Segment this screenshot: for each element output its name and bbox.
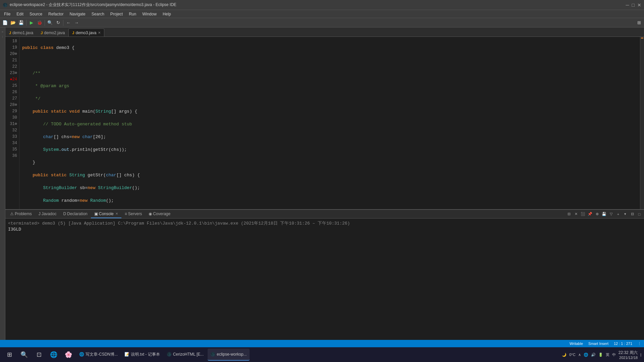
tab-demo3[interactable]: J demo3.java ✕ (68, 28, 104, 37)
line-numbers: 18 19 20⊕ 21 22 23⊕ ●24 25 26 27 28⊕ 29 … (5, 37, 19, 209)
taskbar-app-csdn[interactable]: 🌐 写文章-CSDN博... (76, 349, 120, 361)
tab-javadoc-label: Javadoc (42, 212, 57, 216)
tray-chevron[interactable]: ∧ (578, 353, 581, 357)
run-button[interactable]: ▶ (28, 19, 35, 26)
menu-help[interactable]: Help (160, 11, 174, 17)
maximize-button[interactable]: □ (632, 2, 635, 8)
taskbar-app-csdn-label: 写文章-CSDN博... (86, 352, 118, 357)
taskbar-app-eclipse[interactable]: 🌑 eclipse-worksp... (208, 349, 249, 361)
menu-project[interactable]: Project (108, 11, 125, 17)
weather-temp: 0°C (569, 353, 575, 357)
taskbar-edge[interactable]: 🌐 (47, 349, 60, 361)
console-newconsole[interactable]: + (615, 211, 622, 218)
code-lines[interactable]: public class demo3 { /** * @param args *… (19, 37, 640, 209)
show-desktop-button[interactable]: | (640, 353, 641, 357)
new-file-button[interactable]: 📄 (1, 19, 9, 26)
tab-console-close[interactable]: ✕ (115, 212, 118, 216)
panel-maximize[interactable]: □ (636, 211, 643, 218)
tab-servers-label: Servers (128, 212, 142, 216)
prev-edit-button[interactable]: ← (65, 19, 72, 26)
start-button[interactable]: ⊞ (3, 349, 16, 361)
clock-time: 22:32 周六 (619, 350, 638, 356)
console-scroll-lock[interactable]: ⊟ (566, 211, 572, 218)
console-filter[interactable]: ▽ (608, 211, 614, 218)
menu-run[interactable]: Run (126, 11, 139, 17)
taskbar-task-view[interactable]: ⊡ (32, 349, 46, 361)
weather-icon: 🌙 (562, 353, 567, 357)
declaration-icon: D (63, 212, 66, 216)
taskbar-search[interactable]: 🔍 (17, 349, 31, 361)
tab-coverage[interactable]: ◉ Coverage (145, 210, 174, 218)
status-right: Writable Smart Insert 12 : 1 : 271 ⋮ (570, 342, 641, 346)
keyboard-layout[interactable]: 中 (612, 352, 616, 357)
debug-button[interactable]: 🐞 (36, 19, 43, 26)
input-method[interactable]: 英 (606, 352, 609, 357)
refactor-button[interactable]: ↻ (54, 19, 62, 26)
toolbar-separator-2 (45, 20, 45, 26)
tab-problems[interactable]: ⚠ Problems (7, 210, 35, 218)
menu-file[interactable]: File (1, 11, 13, 17)
tab-demo1[interactable]: J demo1.java (5, 28, 37, 37)
menu-navigate[interactable]: Navigate (67, 11, 88, 17)
console-copy[interactable]: ⊕ (594, 211, 600, 218)
battery-icon[interactable]: 🔋 (598, 353, 603, 357)
annotation-strip (640, 37, 644, 209)
taskbar-app-cerizoo[interactable]: 🌑 CerizoHTML [E... (164, 349, 207, 361)
main-layout: ≡ ↕ J demo1.java J demo2.java J demo3.ja… (0, 27, 644, 340)
sidebar-icon-2[interactable]: ↕ (2, 35, 3, 38)
title-bar: 🌑 eclipse-workspace2 - 企业技术实习1112作业/src/… (0, 0, 644, 10)
clock[interactable]: 22:32 周六 2021/12/18 (619, 350, 638, 360)
tab-declaration[interactable]: D Declaration (60, 210, 91, 218)
open-button[interactable]: 📂 (9, 19, 17, 26)
minimize-button[interactable]: ─ (626, 2, 629, 8)
status-insert-mode: Smart Insert (588, 342, 608, 346)
servers-icon: ≡ (125, 212, 127, 216)
tab-javadoc[interactable]: J Javadoc (35, 210, 60, 218)
menu-search[interactable]: Search (89, 11, 107, 17)
tab-declaration-label: Declaration (67, 212, 88, 216)
menu-edit[interactable]: Edit (14, 11, 26, 17)
taskbar-dahuo[interactable]: 🌸 (62, 349, 75, 361)
close-button[interactable]: ✕ (637, 2, 641, 8)
volume-icon[interactable]: 🔊 (591, 353, 596, 357)
tab-console[interactable]: ▣ Console ✕ (91, 210, 121, 218)
taskbar-app-cerizoo-icon: 🌑 (167, 352, 172, 357)
taskbar-app-notepad-label: 说明.txt - 记事本 (131, 352, 160, 357)
console-content: <terminated> demo3 (5) [Java Application… (5, 219, 644, 340)
coverage-icon: ◉ (149, 212, 152, 216)
taskbar-app-eclipse-icon: 🌑 (210, 352, 215, 357)
status-more[interactable]: ⋮ (638, 342, 641, 346)
save-button[interactable]: 💾 (17, 19, 25, 26)
console-options[interactable]: ▾ (622, 211, 629, 218)
console-save[interactable]: 💾 (601, 211, 607, 218)
next-edit-button[interactable]: → (73, 19, 80, 26)
toolbar: 📄 📂 💾 ▶ 🐞 🔍 ↻ ← → ⊞ (0, 18, 644, 27)
tab-console-label: Console (99, 212, 114, 216)
menu-refactor[interactable]: Refactor (46, 11, 66, 17)
console-pin[interactable]: 📌 (587, 211, 593, 218)
status-position: 12 : 1 : 271 (614, 342, 632, 346)
perspective-button[interactable]: ⊞ (635, 19, 643, 26)
tab-demo2[interactable]: J demo2.java (37, 28, 68, 37)
taskbar-app-notepad-icon: 📝 (124, 352, 129, 357)
taskbar-app-notepad[interactable]: 📝 说明.txt - 记事本 (122, 349, 163, 361)
menu-window[interactable]: Window (140, 11, 159, 17)
tab-servers[interactable]: ≡ Servers (121, 210, 145, 218)
code-editor[interactable]: 18 19 20⊕ 21 22 23⊕ ●24 25 26 27 28⊕ 29 … (5, 37, 644, 209)
tab-demo3-label: demo3.java (75, 31, 96, 35)
console-stop[interactable]: ⬛ (580, 211, 586, 218)
problems-icon: ⚠ (10, 212, 14, 216)
taskbar-right: 🌙 0°C ∧ 🌐 🔊 🔋 英 中 22:32 周六 2021/12/18 | (562, 350, 641, 360)
sidebar-icon-1[interactable]: ≡ (2, 30, 3, 34)
console-output: I3GLD (8, 227, 641, 233)
menu-source[interactable]: Source (27, 11, 45, 17)
network-icon[interactable]: 🌐 (584, 353, 588, 357)
console-terminated-line: <terminated> demo3 (5) [Java Application… (8, 221, 641, 227)
console-icon: ▣ (94, 212, 98, 216)
panel-minimize[interactable]: ⊟ (629, 211, 636, 218)
tab-demo3-close[interactable]: ✕ (98, 31, 101, 35)
console-clear[interactable]: ✕ (573, 211, 579, 218)
taskbar-app-csdn-icon: 🌐 (79, 352, 84, 357)
search-button[interactable]: 🔍 (46, 19, 54, 26)
taskbar: ⊞ 🔍 ⊡ 🌐 🌸 🌐 写文章-CSDN博... 📝 说明.txt - 记事本 … (0, 347, 644, 362)
